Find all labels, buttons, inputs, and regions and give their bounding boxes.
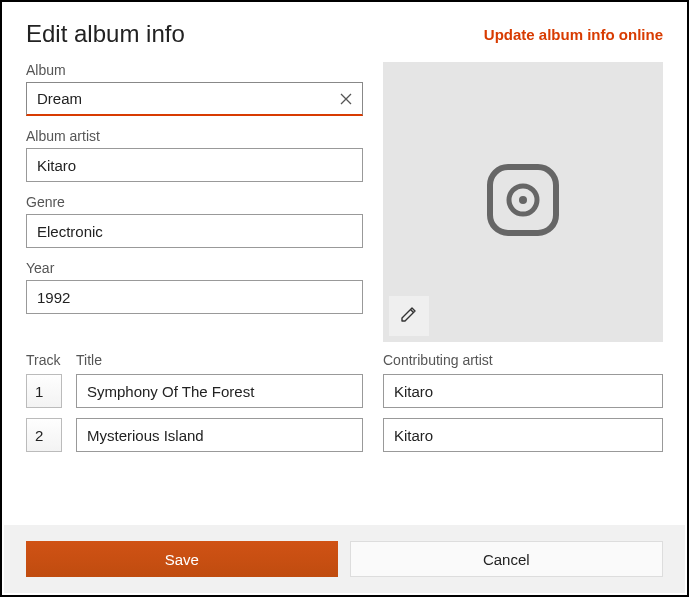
clear-icon[interactable] [329, 82, 363, 116]
album-art-placeholder [383, 62, 663, 342]
genre-input[interactable] [26, 214, 363, 248]
year-input[interactable] [26, 280, 363, 314]
track-title-input[interactable] [76, 418, 363, 452]
track-title-input[interactable] [76, 374, 363, 408]
update-online-link[interactable]: Update album info online [484, 26, 663, 43]
save-button[interactable]: Save [26, 541, 338, 577]
dialog-footer: Save Cancel [4, 525, 685, 593]
svg-point-2 [519, 196, 527, 204]
edit-art-button[interactable] [389, 296, 429, 336]
album-artist-label: Album artist [26, 128, 363, 144]
track-header: Track [26, 352, 62, 368]
album-input[interactable] [26, 82, 363, 116]
year-label: Year [26, 260, 363, 276]
cancel-button[interactable]: Cancel [350, 541, 664, 577]
track-row [26, 418, 363, 452]
track-number-input[interactable] [26, 374, 62, 408]
track-row [26, 374, 363, 408]
album-artist-input[interactable] [26, 148, 363, 182]
contributing-artist-input[interactable] [383, 374, 663, 408]
pencil-icon [399, 304, 419, 328]
title-header: Title [76, 352, 363, 368]
disc-icon [484, 161, 562, 243]
album-label: Album [26, 62, 363, 78]
contributing-artist-input[interactable] [383, 418, 663, 452]
track-number-input[interactable] [26, 418, 62, 452]
dialog-title: Edit album info [26, 20, 185, 48]
contributing-artist-header: Contributing artist [383, 352, 663, 368]
genre-label: Genre [26, 194, 363, 210]
